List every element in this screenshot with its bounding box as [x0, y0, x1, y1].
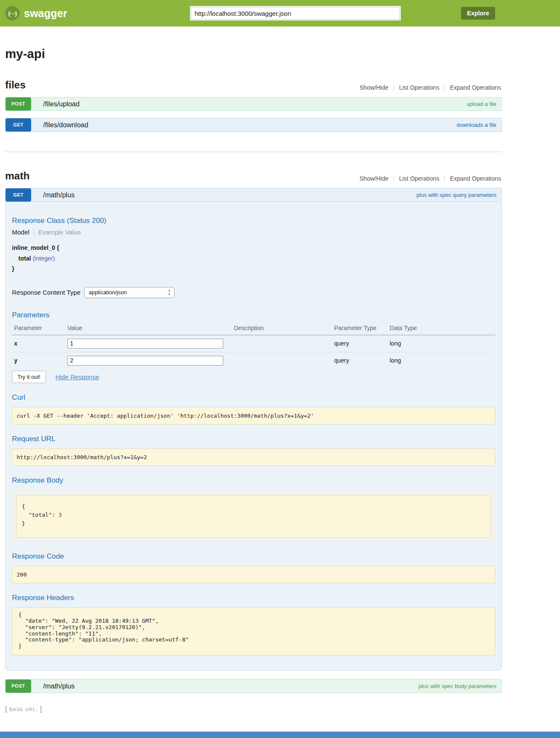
- json-number-value: 3: [58, 512, 62, 518]
- explore-button[interactable]: Explore: [461, 7, 495, 20]
- operation-summary-link[interactable]: upload a file: [467, 101, 496, 107]
- response-code-value: 200: [12, 566, 495, 583]
- response-body-container: { "total": 3}: [12, 491, 495, 542]
- main-content: my-api files Show/Hide List Operations E…: [5, 47, 502, 714]
- operation-post-math-plus: POST /math/plus plus with spec body para…: [5, 679, 502, 693]
- operation-row-get-files-download[interactable]: GET /files/download downloads a file: [5, 118, 502, 132]
- http-method-badge-get: GET: [6, 188, 31, 202]
- col-parameter: Parameter: [12, 323, 65, 335]
- curl-command-code: curl -X GET --header 'Accept: applicatio…: [12, 407, 495, 425]
- response-class-heading: Response Class (Status 200): [12, 217, 495, 225]
- top-bar-inner: {⋯} swagger Explore: [5, 0, 502, 26]
- base-url-bracket-close: ]: [40, 705, 42, 714]
- section-files: files Show/Hide List Operations Expand O…: [5, 79, 502, 132]
- top-bar: {⋯} swagger Explore: [0, 0, 560, 26]
- operation-path-link[interactable]: /math/plus: [43, 191, 75, 199]
- model-signature: inline_model_0 { total (integer) }: [12, 243, 495, 274]
- response-content-type-row: Response Content Type application/json ▲…: [12, 287, 495, 298]
- parameter-row-y: y query long: [12, 352, 495, 369]
- parameters-table: Parameter Value Description Parameter Ty…: [12, 323, 495, 369]
- operation-path-link[interactable]: /math/plus: [43, 682, 75, 690]
- http-method-badge-get: GET: [6, 118, 31, 132]
- response-content-type-select[interactable]: application/json: [84, 287, 175, 298]
- parameter-row-x: x query long: [12, 335, 495, 352]
- operation-post-files-upload: POST /files/upload upload a file: [5, 97, 502, 111]
- model-property-line: total (integer): [12, 253, 495, 264]
- col-parameter-type: Parameter Type: [332, 323, 388, 335]
- math-expand-operations-link[interactable]: Expand Operations: [444, 175, 502, 182]
- swagger-logo-glyph: {⋯}: [8, 10, 17, 17]
- hide-response-link[interactable]: Hide Response: [55, 373, 99, 381]
- files-show-hide-link[interactable]: Show/Hide: [354, 84, 394, 91]
- operation-summary-link[interactable]: downloads a file: [457, 122, 496, 128]
- swagger-logo-text: swagger: [24, 7, 67, 20]
- tab-example-value[interactable]: Example Value: [34, 228, 81, 236]
- section-divider: [5, 152, 502, 152]
- swagger-logo[interactable]: {⋯} swagger: [5, 6, 67, 20]
- model-property-type: (integer): [32, 255, 55, 262]
- section-math-controls: Show/Hide List Operations Expand Operati…: [354, 175, 502, 182]
- response-content-type-label: Response Content Type: [12, 289, 81, 296]
- col-data-type: Data Type: [388, 323, 495, 335]
- col-description: Description: [232, 323, 332, 335]
- param-value-input-x[interactable]: [67, 339, 223, 348]
- files-list-operations-link[interactable]: List Operations: [394, 84, 444, 91]
- section-math: math Show/Hide List Operations Expand Op…: [5, 170, 502, 693]
- param-description-x: [232, 335, 332, 352]
- response-body-heading: Response Body: [12, 476, 495, 485]
- swagger-logo-icon: {⋯}: [5, 6, 20, 20]
- param-type-y: query: [332, 352, 388, 369]
- spec-url-input[interactable]: [191, 7, 400, 20]
- operation-summary-link[interactable]: plus with spec body parameters: [418, 683, 496, 689]
- bottom-blue-bar: [0, 732, 560, 738]
- math-show-hide-link[interactable]: Show/Hide: [354, 175, 394, 182]
- section-math-title: math: [5, 170, 29, 182]
- operation-path-link[interactable]: /files/upload: [43, 100, 79, 108]
- request-url-code: http://localhost:3000/math/plus?x=1&y=2: [12, 448, 495, 466]
- operation-row-get-math-plus[interactable]: GET /math/plus plus with spec query para…: [5, 188, 502, 202]
- files-expand-operations-link[interactable]: Expand Operations: [444, 84, 502, 91]
- response-code-heading: Response Code: [12, 552, 495, 561]
- param-name-x: x: [12, 335, 65, 352]
- operation-row-post-math-plus[interactable]: POST /math/plus plus with spec body para…: [5, 679, 502, 693]
- tab-model[interactable]: Model: [12, 228, 34, 236]
- base-url-bracket-open: [: [5, 705, 7, 714]
- json-key: "total":: [22, 512, 58, 518]
- json-close-brace: }: [22, 519, 485, 528]
- operation-summary-link[interactable]: plus with spec query parameters: [417, 192, 496, 198]
- http-method-badge-post: POST: [6, 97, 31, 111]
- model-name: inline_model_0 {: [12, 243, 495, 253]
- json-total-line: "total": 3: [22, 511, 485, 519]
- base-url-footer: [ BASE URL: ]: [5, 705, 502, 714]
- section-math-header: math Show/Hide List Operations Expand Op…: [5, 170, 502, 182]
- param-description-y: [232, 352, 332, 369]
- operation-details-panel: Response Class (Status 200) Model Exampl…: [5, 202, 502, 671]
- response-headers-heading: Response Headers: [12, 594, 495, 602]
- response-class-tabs: Model Example Value: [12, 228, 495, 236]
- param-data-type-x: long: [388, 335, 495, 352]
- try-it-out-button[interactable]: Try it out!: [12, 371, 46, 383]
- response-headers-code: { "date": "Wed, 22 Aug 2018 18:49:13 GMT…: [12, 607, 495, 656]
- param-type-x: query: [332, 335, 388, 352]
- curl-heading: Curl: [12, 393, 495, 402]
- operation-row-post-files-upload[interactable]: POST /files/upload upload a file: [5, 97, 502, 111]
- page-title: my-api: [5, 47, 502, 61]
- section-files-title: files: [5, 79, 26, 91]
- section-files-controls: Show/Hide List Operations Expand Operati…: [354, 84, 502, 91]
- parameters-header-row: Parameter Value Description Parameter Ty…: [12, 323, 495, 335]
- operation-get-files-download: GET /files/download downloads a file: [5, 118, 502, 132]
- operation-get-math-plus: GET /math/plus plus with spec query para…: [5, 188, 502, 671]
- model-close-brace: }: [12, 264, 495, 274]
- parameters-heading: Parameters: [12, 311, 495, 319]
- operation-path-link[interactable]: /files/download: [43, 121, 88, 129]
- section-files-header: files Show/Hide List Operations Expand O…: [5, 79, 502, 91]
- try-it-out-row: Try it out! Hide Response: [12, 371, 495, 383]
- model-property-name: total: [18, 255, 31, 262]
- json-open-brace: {: [22, 502, 485, 511]
- col-value: Value: [65, 323, 232, 335]
- param-value-input-y[interactable]: [67, 356, 223, 366]
- base-url-label: BASE URL:: [9, 707, 38, 712]
- response-body-code: { "total": 3}: [16, 495, 491, 538]
- math-list-operations-link[interactable]: List Operations: [394, 175, 444, 182]
- param-data-type-y: long: [388, 352, 495, 369]
